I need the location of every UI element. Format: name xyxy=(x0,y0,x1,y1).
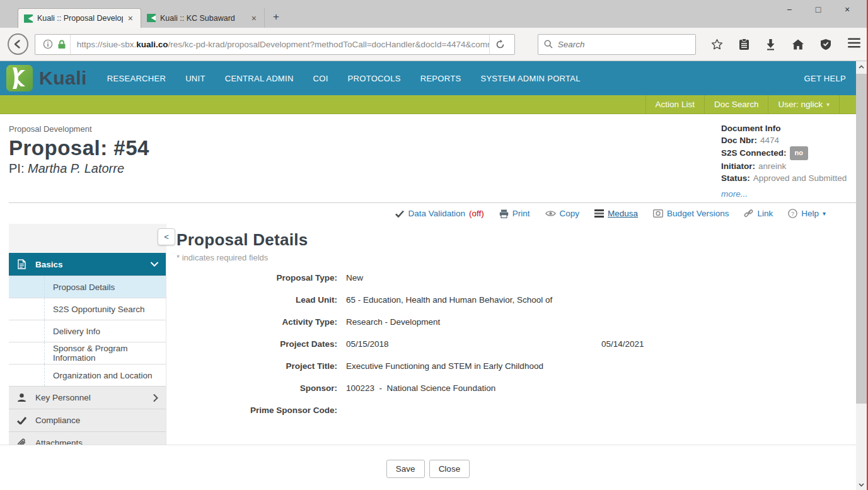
maximize-button[interactable]: □ xyxy=(804,4,833,15)
bookmark-star-icon[interactable] xyxy=(711,38,723,50)
url-text[interactable]: https://siue-sbx.kuali.co/res/kc-pd-krad… xyxy=(71,40,489,49)
sidebar-item-sponsor-program-information[interactable]: Sponsor & Program Information xyxy=(9,342,166,364)
tab-close-icon[interactable]: × xyxy=(250,13,258,23)
kuali-logo-icon xyxy=(6,65,33,91)
search-box[interactable] xyxy=(538,34,696,55)
pi-label: PI: xyxy=(9,161,28,175)
initiator-row: Initiator:anreink xyxy=(721,160,847,172)
nav-protocols[interactable]: PROTOCOLS xyxy=(348,74,401,83)
bookmarks-list-icon[interactable] xyxy=(739,38,749,50)
scroll-down-arrow[interactable] xyxy=(856,479,867,490)
field-proposal-type: Proposal Type: New xyxy=(176,273,856,295)
page-title: Proposal Details xyxy=(176,230,856,250)
vertical-scrollbar[interactable] xyxy=(856,61,867,490)
nav-reports[interactable]: REPORTS xyxy=(420,74,461,83)
info-icon[interactable] xyxy=(43,39,53,49)
close-button[interactable]: × xyxy=(833,4,862,15)
scroll-up-arrow[interactable] xyxy=(856,61,867,72)
medusa-button[interactable]: Medusa xyxy=(594,209,638,218)
sidebar-item-basics[interactable]: Basics xyxy=(9,253,166,276)
new-tab-button[interactable]: + xyxy=(265,8,287,28)
sidebar-top: < xyxy=(9,224,166,253)
sidebar-item-organization-and-location[interactable]: Organization and Location xyxy=(9,364,166,386)
sidebar-item-proposal-details[interactable]: Proposal Details xyxy=(9,276,166,298)
tab-title: Kuali :: KC Subaward xyxy=(160,14,246,23)
initiator-label: Initiator: xyxy=(721,161,755,171)
nav-system-admin-portal[interactable]: SYSTEM ADMIN PORTAL xyxy=(480,74,580,83)
search-icon xyxy=(544,40,553,49)
printer-icon xyxy=(499,209,509,218)
back-button[interactable] xyxy=(8,33,28,55)
main-content: Proposal Details * indicates required fi… xyxy=(166,224,856,445)
sidebar-item-compliance[interactable]: Compliance xyxy=(9,409,166,431)
data-validation-button[interactable]: Data Validation (off) xyxy=(395,209,483,218)
back-arrow-icon xyxy=(12,38,23,50)
scrollbar-thumb[interactable] xyxy=(856,74,867,404)
home-icon[interactable] xyxy=(792,38,804,50)
tab-strip: Kuali :: Proposal Develop... × Kuali :: … xyxy=(18,0,287,28)
lock-icon[interactable] xyxy=(57,40,66,49)
shield-icon[interactable] xyxy=(820,38,831,50)
sidebar-item-key-personnel[interactable]: Key Personnel xyxy=(9,386,166,409)
required-note: * indicates required fields xyxy=(176,253,856,262)
check-icon xyxy=(395,210,404,218)
sidebar: < Basics Proposal Details S2S Opportunit… xyxy=(9,224,166,445)
app-nav: RESEARCHER UNIT CENTRAL ADMIN COI PROTOC… xyxy=(107,74,581,83)
sidebar-collapse-button[interactable]: < xyxy=(158,228,175,245)
kuali-favicon xyxy=(24,14,33,23)
reload-button[interactable] xyxy=(489,35,511,54)
kuali-favicon xyxy=(147,13,156,23)
close-button-form[interactable]: Close xyxy=(429,460,470,478)
get-help-link[interactable]: GET HELP xyxy=(804,74,846,83)
search-input[interactable] xyxy=(558,40,690,49)
doc-nbr-label: Doc Nbr: xyxy=(721,136,757,145)
tab-proposal-development[interactable]: Kuali :: Proposal Develop... × xyxy=(18,8,141,28)
field-project-dates: Project Dates: 05/15/201805/14/2021 xyxy=(176,339,856,361)
check-icon xyxy=(16,417,26,424)
kuali-logo[interactable]: Kuali xyxy=(6,65,87,91)
document-toolbar: Data Validation (off) Print Copy Medusa … xyxy=(0,203,856,224)
status-label: Status: xyxy=(721,173,750,183)
browser-window: Kuali :: Proposal Develop... × Kuali :: … xyxy=(0,0,868,490)
page-security-icons xyxy=(39,35,71,54)
budget-versions-button[interactable]: Budget Versions xyxy=(653,209,729,218)
tab-close-icon[interactable]: × xyxy=(127,13,134,23)
document-info-panel: Document Info Doc Nbr:4474 S2S Connected… xyxy=(721,122,847,200)
link-button[interactable]: Link xyxy=(744,209,773,218)
copy-button[interactable]: Copy xyxy=(545,209,580,218)
nav-unit[interactable]: UNIT xyxy=(185,74,205,83)
url-bar[interactable]: https://siue-sbx.kuali.co/res/kc-pd-krad… xyxy=(35,34,515,55)
help-menu[interactable]: ? Help ▾ xyxy=(788,209,826,218)
sidebar-item-s2s-opportunity-search[interactable]: S2S Opportunity Search xyxy=(9,298,166,320)
body-region: < Basics Proposal Details S2S Opportunit… xyxy=(0,224,856,445)
data-validation-state: (off) xyxy=(469,209,484,218)
field-activity-type: Activity Type: Research - Development xyxy=(176,317,856,339)
utility-bar: Action List Doc Search User: nglick▾ xyxy=(0,95,856,114)
budget-versions-icon xyxy=(653,209,663,218)
doc-search-link[interactable]: Doc Search xyxy=(704,95,768,114)
nav-researcher[interactable]: RESEARCHER xyxy=(107,74,166,83)
more-link[interactable]: more... xyxy=(721,189,748,199)
print-button[interactable]: Print xyxy=(499,209,530,218)
action-list-link[interactable]: Action List xyxy=(645,95,704,114)
project-end-date: 05/14/2021 xyxy=(601,339,644,349)
field-lead-unit: Lead Unit: 65 - Education, Health and Hu… xyxy=(176,295,856,317)
tab-kc-subaward[interactable]: Kuali :: KC Subaward × xyxy=(141,8,265,28)
downloads-icon[interactable] xyxy=(765,38,776,50)
nav-central-admin[interactable]: CENTRAL ADMIN xyxy=(225,74,294,83)
chevron-down-icon: ▾ xyxy=(823,210,826,217)
menu-hamburger-icon[interactable] xyxy=(848,38,860,50)
browser-titlebar: Kuali :: Proposal Develop... × Kuali :: … xyxy=(0,0,868,28)
status-value: Approved and Submitted xyxy=(753,173,847,183)
project-start-date: 05/15/2018 xyxy=(346,339,389,349)
s2s-status-badge: no xyxy=(790,146,808,160)
kuali-page: Kuali RESEARCHER UNIT CENTRAL ADMIN COI … xyxy=(0,61,856,490)
save-button[interactable]: Save xyxy=(386,460,425,478)
minimize-button[interactable]: − xyxy=(775,4,804,15)
user-menu[interactable]: User: nglick▾ xyxy=(768,95,840,114)
person-icon xyxy=(16,393,26,402)
sidebar-item-delivery-info[interactable]: Delivery Info xyxy=(9,320,166,342)
field-prime-sponsor-code: Prime Sponsor Code: xyxy=(176,405,856,428)
nav-coi[interactable]: COI xyxy=(313,74,328,83)
app-header: Kuali RESEARCHER UNIT CENTRAL ADMIN COI … xyxy=(0,61,856,95)
